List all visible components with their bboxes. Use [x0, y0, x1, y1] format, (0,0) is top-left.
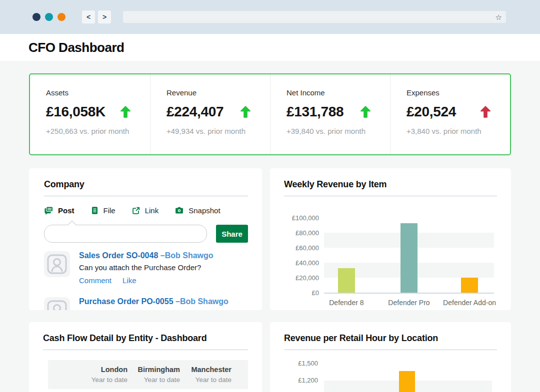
kpi-value: £16,058K	[46, 104, 106, 120]
tab-label: Snapshot	[188, 206, 220, 215]
contact-avatar-icon	[44, 297, 70, 310]
company-feed-panel: Company Post File	[29, 168, 262, 310]
trend-up-icon	[359, 105, 372, 118]
column-name: Manchester	[180, 366, 232, 374]
tab-label: File	[104, 206, 116, 215]
camera-icon	[174, 206, 184, 215]
column-header-birmingham: Birmingham Year to date	[128, 366, 180, 389]
y-tick-label: £60,000	[284, 244, 319, 252]
dashboard-main: Assets £16,058K +250,663 vs. prior month…	[0, 61, 540, 392]
x-category-label: Defender Pro	[388, 299, 430, 307]
address-bar[interactable]: ☆	[123, 11, 506, 23]
y-tick-label: £40,000	[284, 259, 319, 267]
kpi-value: £131,788	[286, 104, 344, 120]
chevron-right-icon: >	[102, 13, 106, 21]
activity-feed: Sales Order SO-0048 –Bob Shawgo Can you …	[44, 251, 248, 310]
kpi-delta: +3,840 vs. prior month	[406, 127, 495, 135]
like-link[interactable]: Like	[122, 276, 136, 285]
cash-flow-panel: Cash Flow Detail by Entity - Dashboard L…	[29, 322, 262, 392]
chevron-left-icon: <	[86, 13, 90, 21]
kpi-card-net-income: Net Income £131,788 +39,840 vs. prior mo…	[270, 74, 390, 154]
x-category-label: Defender 8	[329, 299, 364, 307]
column-subtitle: Year to date	[180, 376, 232, 384]
post-input[interactable]	[44, 225, 207, 243]
panel-title: Revenue per Retail Hour by Location	[284, 333, 497, 344]
kpi-summary-row: Assets £16,058K +250,663 vs. prior month…	[29, 73, 511, 155]
bookmark-star-icon[interactable]: ☆	[496, 13, 502, 21]
trend-up-icon	[239, 105, 252, 118]
post-composer: Share	[44, 225, 248, 243]
kpi-card-assets: Assets £16,058K +250,663 vs. prior month	[30, 74, 150, 154]
retail-hour-revenue-panel: Revenue per Retail Hour by Location £1,5…	[270, 322, 511, 392]
window-control-dot-3[interactable]	[58, 13, 66, 21]
chart-plot-area: £0 £20,000 £40,000 £60,000 £80,000 £100,…	[324, 218, 494, 294]
forward-button[interactable]: >	[98, 10, 111, 23]
tab-label: Post	[58, 206, 74, 215]
trend-up-icon	[479, 105, 492, 118]
retail-revenue-bar-chart: £1,500 £1,200	[324, 363, 492, 392]
feed-record-link[interactable]: Purchase Order PO-0055	[79, 297, 174, 306]
column-name: Birmingham	[128, 366, 180, 374]
contact-avatar-icon	[44, 251, 70, 277]
bar-retail-location[interactable]	[399, 371, 415, 392]
share-button[interactable]: Share	[216, 225, 248, 243]
tab-link[interactable]: Link	[132, 206, 159, 215]
tab-post[interactable]: Post	[44, 206, 74, 215]
file-icon	[90, 206, 99, 215]
y-tick-label: £80,000	[284, 229, 319, 237]
panel-title: Cash Flow Detail by Entity - Dashboard	[43, 333, 248, 344]
y-tick-label: £0	[284, 289, 319, 297]
column-header-manchester: Manchester Year to date	[180, 366, 232, 389]
feed-record-link[interactable]: Sales Order SO-0048	[79, 251, 158, 260]
comment-link[interactable]: Comment	[79, 276, 112, 285]
divider	[44, 196, 248, 196]
kpi-card-revenue: Revenue £224,407 +49,934 vs. prior month	[150, 74, 270, 154]
divider	[284, 350, 497, 350]
window-control-dot-2[interactable]	[45, 13, 53, 21]
weekly-revenue-panel: Weekly Revenue by Item £0 £20,000 £40,00…	[270, 168, 511, 310]
feed-item: Sales Order SO-0048 –Bob Shawgo Can you …	[44, 251, 248, 285]
kpi-label: Revenue	[166, 88, 255, 97]
panel-title: Weekly Revenue by Item	[284, 179, 497, 190]
browser-toolbar: < > ☆	[0, 0, 540, 34]
divider	[43, 350, 248, 350]
column-subtitle: Year to date	[128, 376, 180, 384]
column-name: London	[48, 366, 128, 374]
feed-message: Can you attach the Purchase Order?	[79, 263, 214, 272]
feed-item: Purchase Order PO-0055 –Bob Shawgo Can y…	[44, 297, 248, 310]
trend-up-icon	[119, 105, 132, 118]
kpi-delta: +39,840 vs. prior month	[286, 127, 375, 135]
y-tick-label: £1,500	[280, 360, 318, 367]
cash-flow-table-header: London Year to date Birmingham Year to d…	[48, 360, 248, 389]
bar-defender-add-on[interactable]	[461, 278, 478, 293]
tab-file[interactable]: File	[90, 206, 116, 215]
kpi-card-expenses: Expenses £20,524 +3,840 vs. prior month	[390, 74, 510, 154]
y-tick-label: £100,000	[284, 214, 319, 222]
panel-title: Company	[44, 179, 248, 190]
external-link-icon	[132, 206, 140, 215]
kpi-value: £224,407	[166, 104, 224, 120]
composer-tabs: Post File Link	[44, 206, 248, 215]
kpi-delta: +49,934 vs. prior month	[166, 127, 255, 135]
page-title: CFO Dashboard	[28, 40, 124, 55]
kpi-value: £20,524	[406, 104, 456, 120]
post-comment-icon	[44, 206, 54, 215]
weekly-revenue-bar-chart: £0 £20,000 £40,000 £60,000 £80,000 £100,…	[284, 196, 497, 310]
kpi-delta: +250,663 vs. prior month	[46, 127, 135, 135]
x-category-label: Defender Add-on	[443, 299, 496, 307]
feed-author-link[interactable]: –Bob Shawgo	[176, 297, 228, 306]
column-header-london: London Year to date	[48, 366, 128, 389]
feed-author-link[interactable]: –Bob Shawgo	[160, 251, 214, 260]
kpi-label: Net Income	[286, 88, 375, 97]
bar-defender-pro[interactable]	[400, 223, 418, 293]
window-control-dot-1[interactable]	[32, 13, 40, 21]
feed-message: Can you attach the Purchase Order?	[79, 309, 228, 310]
window-controls	[32, 13, 66, 21]
kpi-label: Expenses	[406, 88, 495, 97]
tab-snapshot[interactable]: Snapshot	[174, 206, 220, 215]
y-tick-label: £20,000	[284, 274, 319, 282]
column-subtitle: Year to date	[48, 376, 128, 384]
back-button[interactable]: <	[82, 10, 95, 23]
y-tick-label: £1,200	[280, 377, 318, 384]
bar-defender-8[interactable]	[338, 268, 355, 293]
